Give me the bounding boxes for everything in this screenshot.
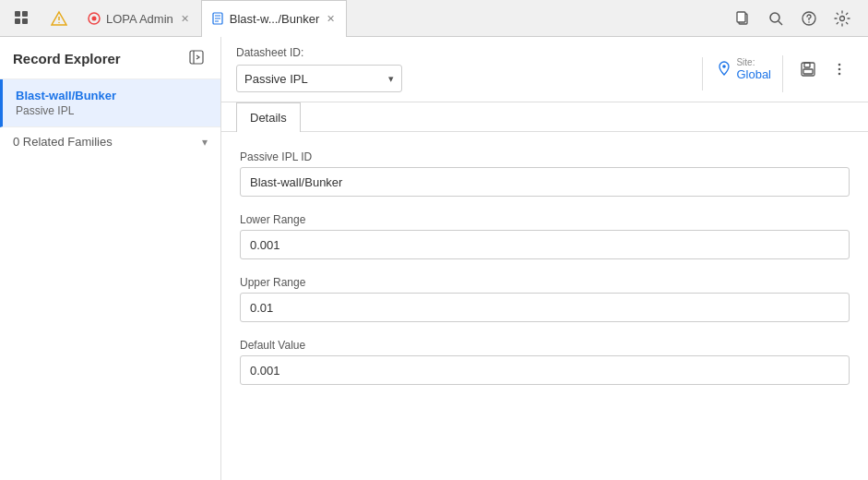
svg-point-15 — [770, 13, 779, 22]
datasheet-id-section: Datasheet ID: Passive IPL ▾ — [236, 46, 402, 102]
more-options-button[interactable] — [826, 55, 853, 83]
tab-lopa-admin-close[interactable]: ✕ — [179, 14, 191, 24]
save-icon — [800, 61, 816, 78]
svg-point-28 — [838, 73, 841, 76]
svg-rect-0 — [15, 11, 20, 17]
content-area: Datasheet ID: Passive IPL ▾ Site: Global — [221, 37, 868, 480]
form-group-lower-range: Lower Range — [240, 213, 850, 259]
search-icon — [767, 10, 784, 27]
tab-dashboard[interactable] — [4, 0, 41, 37]
svg-rect-1 — [22, 11, 28, 17]
form-group-passive-ipl-id: Passive IPL ID — [240, 150, 850, 197]
form-group-default-value: Default Value — [240, 339, 850, 385]
sidebar-title: Record Explorer — [13, 51, 121, 66]
svg-rect-24 — [804, 63, 810, 67]
tab-blast-bunker[interactable]: Blast-w.../Bunker ✕ — [201, 0, 348, 37]
tab-lopa-admin-label: LOPA Admin — [106, 12, 173, 26]
copy-icon — [734, 10, 751, 27]
default-value-input[interactable] — [240, 355, 850, 385]
upper-range-input[interactable] — [240, 293, 850, 322]
sidebar-related-families[interactable]: 0 Related Families ▾ — [0, 127, 220, 156]
more-icon — [831, 61, 848, 78]
main-layout: Record Explorer Blast-wall/Bunker Passiv… — [0, 37, 868, 480]
settings-button[interactable] — [827, 4, 857, 33]
sidebar-record-subtitle: Passive IPL — [16, 104, 208, 117]
sidebar-record-name: Blast-wall/Bunker — [16, 89, 208, 102]
tab-warning[interactable] — [41, 0, 77, 37]
lower-range-input[interactable] — [240, 230, 850, 259]
dropdown-arrow-icon: ▾ — [388, 73, 394, 85]
form-label-default-value: Default Value — [240, 339, 850, 352]
svg-rect-20 — [190, 51, 203, 64]
svg-point-22 — [723, 65, 727, 68]
help-button[interactable] — [794, 4, 824, 33]
tab-details-label: Details — [250, 111, 287, 125]
svg-point-27 — [838, 68, 841, 71]
sidebar-collapse-button[interactable] — [185, 48, 208, 69]
header-actions — [782, 55, 853, 92]
sidebar-families-label: 0 Related Families — [13, 135, 113, 149]
search-button[interactable] — [761, 4, 791, 33]
copy-button[interactable] — [728, 4, 757, 33]
right-actions — [728, 4, 864, 33]
svg-point-8 — [92, 17, 97, 21]
help-icon — [801, 10, 817, 27]
sidebar-record[interactable]: Blast-wall/Bunker Passive IPL — [0, 79, 220, 127]
datasheet-id-label: Datasheet ID: — [236, 46, 402, 59]
svg-point-19 — [840, 16, 845, 20]
site-info: Site: Global — [736, 57, 771, 81]
svg-rect-3 — [22, 18, 28, 24]
settings-icon — [834, 10, 850, 27]
sidebar-families-text: Related Families — [23, 135, 113, 149]
svg-point-6 — [58, 21, 60, 23]
form-label-upper-range: Upper Range — [240, 276, 850, 289]
lopa-icon — [88, 12, 101, 25]
datasheet-dropdown-value: Passive IPL — [244, 72, 308, 86]
chevron-down-icon: ▾ — [202, 136, 208, 149]
site-pin-icon — [718, 61, 731, 78]
sidebar: Record Explorer Blast-wall/Bunker Passiv… — [0, 37, 221, 480]
tab-blast-bunker-label: Blast-w.../Bunker — [230, 12, 320, 26]
svg-point-18 — [808, 21, 810, 23]
svg-rect-14 — [737, 12, 745, 22]
tab-details[interactable]: Details — [236, 102, 301, 132]
datasheet-dropdown[interactable]: Passive IPL ▾ — [236, 65, 402, 92]
collapse-icon — [189, 50, 204, 65]
content-tabs: Details — [221, 102, 868, 132]
svg-rect-25 — [803, 69, 813, 74]
svg-rect-2 — [15, 18, 20, 24]
sidebar-header: Record Explorer — [0, 37, 220, 79]
tab-lopa-admin[interactable]: LOPA Admin ✕ — [77, 0, 201, 37]
form-label-lower-range: Lower Range — [240, 213, 850, 226]
save-button[interactable] — [794, 55, 822, 83]
svg-point-26 — [838, 64, 841, 66]
pin-icon — [718, 61, 731, 76]
site-value: Global — [736, 67, 771, 81]
site-section: Site: Global — [702, 57, 771, 90]
form-group-upper-range: Upper Range — [240, 276, 850, 322]
tab-blast-bunker-close[interactable]: ✕ — [325, 14, 337, 24]
form-label-passive-ipl-id: Passive IPL ID — [240, 150, 850, 163]
svg-line-16 — [779, 21, 782, 25]
tab-bar: LOPA Admin ✕ Blast-w.../Bunker ✕ — [0, 0, 868, 37]
form-area: Passive IPL ID Lower Range Upper Range D… — [221, 132, 868, 480]
grid-icon — [14, 10, 30, 27]
sidebar-families-count: 0 — [13, 135, 19, 149]
warning-icon — [51, 10, 67, 27]
record-icon — [211, 12, 224, 25]
datasheet-header: Datasheet ID: Passive IPL ▾ Site: Global — [221, 37, 868, 102]
passive-ipl-id-input[interactable] — [240, 167, 850, 197]
site-label: Site: — [736, 57, 771, 67]
